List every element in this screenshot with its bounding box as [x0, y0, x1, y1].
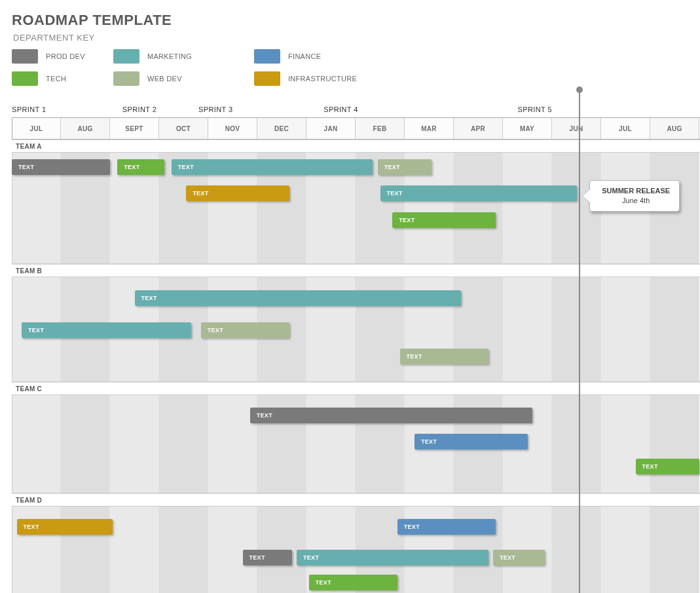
task-bar-infra[interactable]: TEXT [17, 519, 113, 535]
swatch-infra [254, 71, 280, 86]
milestone-callout: SUMMER RELEASE June 4th [589, 180, 680, 212]
task-bar-marketing[interactable]: TEXT [297, 550, 488, 565]
task-bar-tech[interactable]: TEXT [309, 575, 397, 590]
task-bar-webdev[interactable]: TEXT [378, 159, 432, 175]
task-bar-proddev[interactable]: TEXT [12, 159, 110, 175]
sprint-label: SPRINT 5 [518, 105, 553, 113]
sprints-row: SPRINT 1SPRINT 2SPRINT 3SPRINT 4SPRINT 5 [12, 105, 700, 117]
task-bar-tech[interactable]: TEXT [636, 459, 700, 474]
month-header: AUG [61, 118, 110, 139]
legend-label: PROD DEV [46, 52, 85, 60]
swatch-marketing [113, 49, 139, 64]
task-bar-proddev[interactable]: TEXT [243, 550, 292, 565]
legend-label: WEB DEV [147, 75, 182, 83]
month-header: OCT [159, 118, 208, 139]
legend-item-marketing: MARKETING [113, 49, 192, 64]
milestone-line [579, 90, 580, 593]
task-bar-marketing[interactable]: TEXT [22, 322, 191, 338]
legend-label: MARKETING [147, 52, 192, 60]
swatch-proddev [12, 49, 38, 64]
month-header: NOV [208, 118, 257, 139]
legend-label: INFRASTRUCTURE [288, 75, 357, 83]
legend-heading: DEPARTMENT KEY [13, 33, 700, 43]
legend-row: TECHWEB DEVINFRASTRUCTURE [12, 71, 405, 87]
month-header: DEC [257, 118, 306, 139]
team-label: TEAM A [12, 140, 700, 153]
task-bar-proddev[interactable]: TEXT [250, 408, 532, 423]
team-body: TEXTTEXTTEXTTEXTTEXTTEXT [12, 507, 700, 593]
month-header: MAR [405, 118, 454, 139]
legend-item-tech: TECH [12, 71, 66, 86]
month-header: AUG [650, 118, 699, 139]
legend-label: FINANCE [288, 52, 321, 60]
month-header: SEPT [110, 118, 159, 139]
team-body: TEXTTEXTTEXTTEXT [12, 277, 700, 382]
task-bar-finance[interactable]: TEXT [397, 519, 496, 535]
sprint-label: SPRINT 1 [12, 105, 46, 113]
task-bar-webdev[interactable]: TEXT [493, 550, 545, 565]
milestone-title: SUMMER RELEASE [602, 186, 670, 196]
task-bar-marketing[interactable]: TEXT [135, 290, 462, 306]
sprint-label: SPRINT 3 [198, 105, 233, 113]
swatch-finance [254, 49, 280, 64]
sprint-label: SPRINT 4 [323, 105, 358, 113]
team-label: TEAM D [12, 493, 700, 507]
swatch-webdev [113, 71, 139, 86]
month-header: APR [454, 118, 503, 139]
legend-item-proddev: PROD DEV [12, 49, 85, 64]
month-header: MAY [503, 118, 552, 139]
legend-label: TECH [46, 75, 66, 83]
legend-item-finance: FINANCE [254, 49, 321, 64]
sprint-label: SPRINT 2 [122, 105, 157, 113]
swatch-tech [12, 71, 38, 86]
legend-item-infra: INFRASTRUCTURE [254, 71, 357, 86]
legend: PROD DEVMARKETINGFINANCETECHWEB DEVINFRA… [12, 49, 700, 94]
page-title: ROADMAP TEMPLATE [12, 12, 700, 29]
month-header: JUL [601, 118, 650, 139]
month-header: JUN [552, 118, 601, 139]
task-bar-webdev[interactable]: TEXT [201, 322, 289, 338]
month-header: JAN [306, 118, 356, 139]
task-bar-finance[interactable]: TEXT [414, 434, 528, 450]
legend-row: PROD DEVMARKETINGFINANCE [12, 49, 405, 65]
month-header: JUL [12, 118, 61, 139]
timeline: SPRINT 1SPRINT 2SPRINT 3SPRINT 4SPRINT 5… [12, 105, 700, 593]
team-body: TEXTTEXTTEXT [12, 395, 700, 493]
task-bar-infra[interactable]: TEXT [186, 185, 289, 201]
task-bar-marketing[interactable]: TEXT [380, 185, 577, 201]
task-bar-tech[interactable]: TEXT [117, 159, 164, 175]
task-bar-webdev[interactable]: TEXT [400, 349, 488, 364]
team-label: TEAM C [12, 382, 700, 395]
month-header: FEB [356, 118, 405, 139]
team-label: TEAM B [12, 264, 700, 277]
task-bar-marketing[interactable]: TEXT [172, 159, 373, 175]
task-bar-tech[interactable]: TEXT [392, 212, 496, 228]
legend-item-webdev: WEB DEV [113, 71, 182, 86]
months-header: JULAUGSEPTOCTNOVDECJANFEBMARAPRMAYJUNJUL… [12, 117, 700, 140]
milestone-date: June 4th [602, 196, 670, 206]
